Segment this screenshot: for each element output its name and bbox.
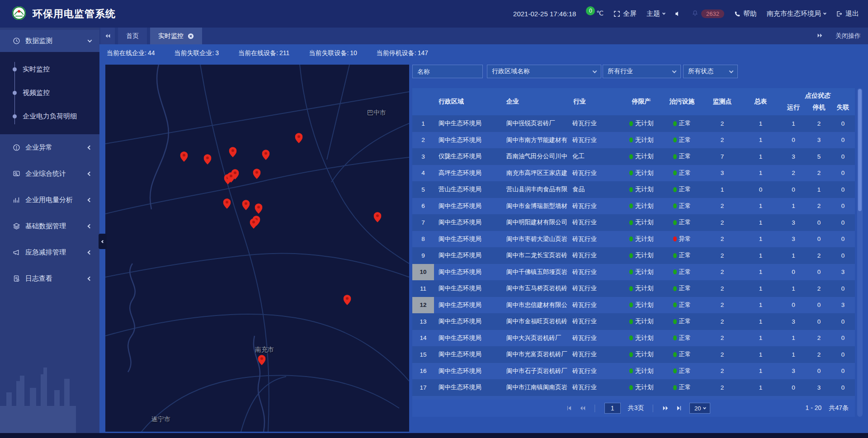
page-title: 环保用电监管系统 [33, 7, 116, 21]
facility-label: 正常 [679, 119, 691, 127]
region-filter-select[interactable]: 行政区域名称 [487, 65, 601, 78]
prev-page-icon[interactable] [580, 405, 586, 411]
cell-lost: 0 [831, 231, 855, 248]
table-row[interactable]: 14阆中生态环境局阆中大兴页岩机砖厂砖瓦行业无计划正常21120 [412, 330, 855, 347]
fullscreen-button[interactable]: 全屏 [613, 9, 637, 18]
tabs-scroll-left-button[interactable] [100, 28, 115, 44]
org-menu-button[interactable]: 南充市生态环境局 [767, 9, 826, 18]
sidebar-item-4[interactable]: 基础数据管理 [0, 213, 99, 239]
map-collapse-handle[interactable] [99, 234, 107, 249]
table-row[interactable]: 10阆中生态环境局阆中千佛镇五郎垭页岩砖瓦行业无计划正常21003 [412, 264, 855, 281]
close-operations-button[interactable]: 关闭操作 [835, 32, 861, 40]
map-pin[interactable] [374, 212, 382, 222]
map-pin[interactable] [223, 198, 231, 209]
table-scrollbar[interactable] [857, 88, 863, 417]
search-input[interactable] [417, 68, 478, 75]
map-pin[interactable] [262, 150, 270, 160]
sidebar-item-3[interactable]: 企业用电量分析 [0, 187, 99, 213]
table-row[interactable]: 1阆中生态环境局阆中强锐页岩砖厂砖瓦行业无计划正常21120 [412, 115, 855, 132]
cell-seq: 4 [412, 165, 434, 182]
tab-home[interactable]: 首页 [118, 28, 147, 44]
map-pin[interactable] [227, 172, 235, 183]
tabs-scroll-right-button[interactable] [817, 33, 823, 40]
chevron-left-icon [88, 198, 92, 202]
facility-label: 正常 [679, 268, 691, 276]
table-row[interactable]: 16阆中生态环境局阆中市石子页岩机砖厂砖瓦行业无计划正常21300 [412, 363, 855, 380]
table-row[interactable]: 2阆中生态环境局阆中市南方节能建材有砖瓦行业无计划正常21030 [412, 132, 855, 149]
sidebar-item-6[interactable]: 日志查看 [0, 265, 99, 292]
map-pin[interactable] [250, 218, 258, 229]
table-row[interactable]: 17阆中生态环境局阆中市江南镇阆南页岩砖瓦行业无计划正常21030 [412, 379, 855, 396]
sidebar-item-2[interactable]: 企业综合统计 [0, 160, 99, 187]
map-pin[interactable] [180, 151, 188, 162]
cell-running: 0 [780, 264, 807, 281]
map-panel[interactable]: 巴中市南充市遂宁市 [105, 65, 409, 432]
sidebar-item-0[interactable]: 数据监测 [0, 30, 99, 52]
cell-facility-status: 正常 [661, 330, 703, 347]
cell-limit-status: 无计划 [622, 313, 661, 330]
table-row[interactable]: 8阆中生态环境局阆中市枣碧大梁山页岩砖瓦行业无计划异常21300 [412, 231, 855, 248]
table-row[interactable]: 13阆中生态环境局阆中市金福旺页岩机砖砖瓦行业无计划正常21300 [412, 313, 855, 330]
map-pin[interactable] [258, 355, 266, 365]
next-page-icon[interactable] [662, 405, 669, 411]
stat-item-0: 当前在线企业:44 [105, 49, 155, 57]
volume-button[interactable] [675, 10, 682, 17]
stat-value: 10 [350, 49, 357, 57]
cell-monitor-count: 1 [703, 181, 741, 198]
status-dot [673, 137, 677, 142]
cell-region: 阆中生态环境局 [434, 264, 502, 281]
theme-button[interactable]: 主题 [646, 9, 665, 18]
first-page-icon[interactable] [566, 405, 572, 411]
tab-realtime-monitor[interactable]: 实时监控 [150, 28, 202, 44]
scrollbar-thumb[interactable] [858, 89, 862, 211]
close-icon[interactable] [188, 33, 194, 39]
sidebar-item-5[interactable]: 应急减排管理 [0, 239, 99, 265]
table-row[interactable]: 11阆中生态环境局阆中市五马桥页岩机砖砖瓦行业无计划正常21120 [412, 280, 855, 297]
sidebar-subitem-2[interactable]: 企业电力负荷明细 [0, 104, 99, 128]
status-dot [673, 302, 677, 307]
table-row[interactable]: 3仪陇生态环境局西南油气田分公司川中化工无计划正常71350 [412, 148, 855, 165]
status-dot [629, 203, 633, 208]
status-dot [673, 385, 677, 390]
map-pin[interactable] [229, 147, 237, 157]
table-row[interactable]: 5营山生态环境局营山县润丰肉食品有限食品无计划正常10010 [412, 181, 855, 198]
help-button[interactable]: 帮助 [734, 9, 757, 18]
cell-facility-status: 正常 [661, 297, 703, 314]
gauge-icon [12, 37, 21, 45]
status-filter-select[interactable]: 所有状态 [683, 65, 738, 78]
industry-filter-select[interactable]: 所有行业 [603, 65, 681, 78]
map-pin[interactable] [242, 200, 250, 210]
cell-lost: 0 [831, 198, 855, 215]
status-dot [673, 253, 677, 258]
map-pin[interactable] [204, 154, 212, 165]
sidebar-item-1[interactable]: 企业异常 [0, 134, 99, 160]
page-number-input[interactable]: 1 [604, 403, 621, 414]
cell-total-meter: 1 [741, 346, 780, 363]
chevron-down-icon [729, 69, 734, 73]
table-row[interactable]: 15阆中生态环境局阆中市光富页岩机砖厂砖瓦行业无计划正常21120 [412, 346, 855, 363]
table-row[interactable]: 4高坪生态环境局南充市高坪区王家店建砖瓦行业无计划正常31220 [412, 165, 855, 182]
last-page-icon[interactable] [676, 405, 682, 411]
map-pin[interactable] [253, 169, 261, 179]
main-content: 当前在线企业:44当前失联企业:3当前在线设备:211当前失联设备:10当前停机… [99, 44, 868, 438]
page-size-select[interactable]: 20 [689, 403, 710, 414]
sidebar-subitem-0[interactable]: 实时监控 [0, 57, 99, 81]
table-row[interactable]: 12阆中生态环境局阆中市忠信建材有限公砖瓦行业无计划正常21003 [412, 297, 855, 314]
table-body: 1阆中生态环境局阆中强锐页岩砖厂砖瓦行业无计划正常211202阆中生态环境局阆中… [412, 115, 855, 417]
cell-facility-status: 正常 [661, 148, 703, 165]
cell-industry: 化工 [569, 148, 622, 165]
table-row[interactable]: 6阆中生态环境局阆中市金博瑞新型墙材砖瓦行业无计划正常21120 [412, 198, 855, 215]
table-row[interactable]: 9阆中生态环境局阆中市二龙长宝页岩砖砖瓦行业无计划正常21120 [412, 247, 855, 264]
sidebar-item-label: 日志查看 [25, 274, 52, 283]
name-filter-input[interactable] [412, 65, 483, 78]
cell-stopped: 2 [807, 165, 831, 182]
logout-button[interactable]: 退出 [836, 9, 859, 18]
notifications[interactable]: 2632 [692, 9, 724, 18]
map-pin[interactable] [295, 133, 303, 143]
sidebar-subitem-1[interactable]: 视频监控 [0, 81, 99, 104]
map-pin[interactable] [344, 295, 351, 305]
header-facility: 治污设施 [661, 88, 703, 115]
map-pin[interactable] [255, 203, 263, 214]
cell-region: 高坪生态环境局 [434, 165, 502, 182]
table-row[interactable]: 7阆中生态环境局阆中明阳建材有限公司砖瓦行业无计划正常21300 [412, 214, 855, 231]
